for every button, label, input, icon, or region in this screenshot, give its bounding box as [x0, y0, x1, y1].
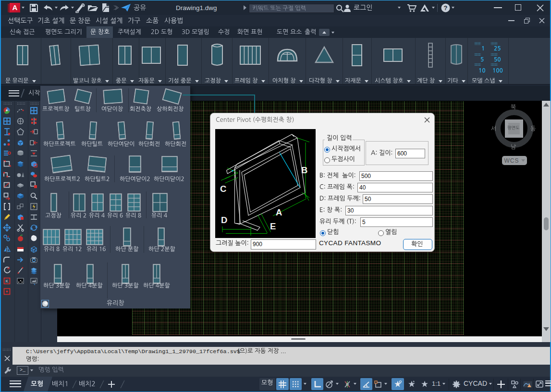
svg-text:?: ?	[444, 4, 448, 12]
svg-text:D: D	[221, 215, 227, 225]
svg-text:C: C	[220, 184, 226, 194]
svg-text:K: K	[5, 279, 8, 284]
svg-text:A: A	[276, 207, 282, 217]
svg-text:E: E	[270, 221, 276, 231]
svg-text:B: B	[301, 165, 307, 175]
